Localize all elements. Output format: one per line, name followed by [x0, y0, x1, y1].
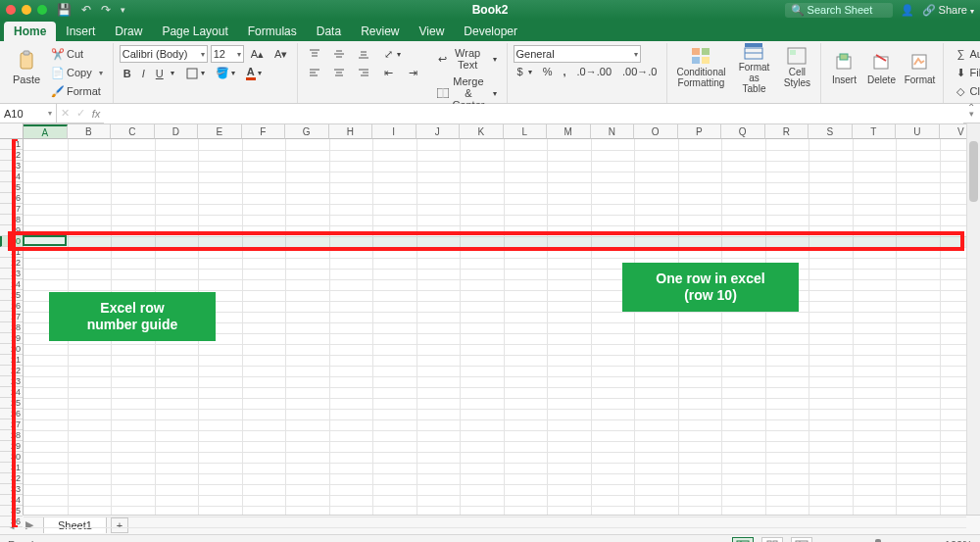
row-header[interactable]: 27	[0, 419, 23, 430]
fill-color-button[interactable]: 🪣▾	[212, 65, 239, 82]
minimize-window-icon[interactable]	[22, 5, 31, 15]
delete-cells-button[interactable]: Delete	[864, 45, 898, 90]
bold-button[interactable]: B	[120, 66, 135, 81]
row-header[interactable]: 23	[0, 376, 23, 387]
paste-button[interactable]: Paste	[10, 45, 43, 90]
column-header[interactable]: L	[504, 124, 548, 139]
decrease-decimal-button[interactable]: .00→.0	[618, 64, 661, 79]
column-header[interactable]: E	[198, 124, 242, 139]
row-header[interactable]: 36	[0, 517, 23, 527]
row-header[interactable]: 7	[0, 204, 23, 215]
align-middle-button[interactable]	[328, 45, 350, 63]
row-header[interactable]: 24	[0, 387, 23, 398]
user-icon[interactable]: 👤	[901, 4, 914, 17]
row-header[interactable]: 9	[0, 225, 23, 236]
align-top-button[interactable]	[304, 45, 325, 63]
copy-button[interactable]: 📄Copy ▾	[47, 64, 107, 81]
column-header[interactable]: D	[155, 124, 199, 139]
increase-decimal-button[interactable]: .0→.00	[573, 64, 615, 79]
tab-view[interactable]: View	[410, 22, 455, 41]
column-headers[interactable]: ABCDEFGHIJKLMNOPQRSTUV	[24, 123, 966, 139]
cell-styles-button[interactable]: Cell Styles	[779, 45, 814, 90]
row-header[interactable]: 13	[0, 269, 23, 279]
column-header[interactable]: T	[853, 124, 897, 139]
scrollbar-thumb[interactable]	[969, 141, 978, 202]
zoom-in-button[interactable]: +	[930, 539, 936, 543]
row-header[interactable]: 31	[0, 463, 23, 473]
font-color-button[interactable]: A▾	[242, 64, 266, 82]
decrease-indent-button[interactable]: ⇤	[377, 64, 399, 81]
zoom-value[interactable]: 100%	[945, 539, 972, 543]
align-bottom-button[interactable]	[353, 45, 374, 63]
row-header[interactable]: 10	[0, 236, 23, 247]
row-header[interactable]: 18	[0, 322, 23, 333]
column-header[interactable]: U	[896, 124, 940, 139]
tab-home[interactable]: Home	[4, 22, 56, 41]
row-header[interactable]: 30	[0, 452, 23, 463]
column-header[interactable]: O	[634, 124, 678, 139]
italic-button[interactable]: I	[138, 66, 149, 81]
number-format-dropdown[interactable]: General▾	[514, 45, 641, 63]
cancel-formula-icon[interactable]: ✕	[57, 107, 73, 120]
comma-button[interactable]: ,	[559, 64, 569, 79]
row-header[interactable]: 11	[0, 247, 23, 258]
fx-icon[interactable]: fx	[88, 108, 104, 120]
column-header[interactable]: C	[111, 124, 155, 139]
row-header[interactable]: 5	[0, 182, 23, 193]
align-right-button[interactable]	[353, 64, 374, 81]
row-header[interactable]: 25	[0, 398, 23, 409]
column-header[interactable]: M	[547, 124, 591, 139]
row-header[interactable]: 15	[0, 290, 23, 301]
row-header[interactable]: 1	[0, 139, 23, 150]
sheet-nav-next-icon[interactable]: ▶	[20, 518, 39, 531]
align-left-button[interactable]	[304, 64, 325, 81]
tab-draw[interactable]: Draw	[105, 22, 152, 41]
currency-button[interactable]: $ ▾	[514, 64, 536, 79]
column-header[interactable]: A	[24, 124, 68, 139]
page-layout-view-button[interactable]	[761, 537, 783, 543]
zoom-slider-thumb[interactable]	[875, 539, 881, 543]
qat-caret-icon[interactable]: ▾	[121, 5, 125, 15]
worksheet[interactable]: ABCDEFGHIJKLMNOPQRSTUV 12345678910111213…	[0, 123, 980, 515]
border-button[interactable]: ▾	[181, 65, 209, 82]
active-cell[interactable]	[23, 235, 67, 246]
row-header[interactable]: 29	[0, 441, 23, 452]
page-break-view-button[interactable]	[791, 537, 812, 543]
row-headers[interactable]: 1234567891011121314151617181920212223242…	[0, 139, 24, 515]
zoom-out-button[interactable]: −	[820, 539, 826, 543]
row-header[interactable]: 35	[0, 506, 23, 517]
column-header[interactable]: K	[460, 124, 504, 139]
close-window-icon[interactable]	[6, 5, 16, 15]
percent-button[interactable]: %	[539, 64, 557, 79]
increase-indent-button[interactable]: ⇥	[402, 64, 423, 81]
row-header[interactable]: 21	[0, 355, 23, 366]
row-header[interactable]: 6	[0, 193, 23, 204]
formula-input[interactable]	[104, 104, 963, 123]
row-header[interactable]: 14	[0, 279, 23, 290]
row-header[interactable]: 28	[0, 430, 23, 441]
window-controls[interactable]	[6, 5, 47, 15]
sheet-tab[interactable]: Sheet1	[43, 517, 107, 533]
row-header[interactable]: 33	[0, 484, 23, 495]
undo-icon[interactable]: ↶	[81, 3, 91, 17]
row-header[interactable]: 8	[0, 215, 23, 225]
tab-formulas[interactable]: Formulas	[238, 22, 307, 41]
orientation-button[interactable]: ⤢▾	[377, 45, 405, 63]
column-header[interactable]: S	[808, 124, 853, 139]
add-sheet-button[interactable]: +	[111, 517, 128, 533]
tab-page-layout[interactable]: Page Layout	[152, 22, 237, 41]
normal-view-button[interactable]	[732, 537, 754, 543]
row-header[interactable]: 3	[0, 161, 23, 172]
increase-font-button[interactable]: A▴	[247, 46, 268, 63]
column-header[interactable]: R	[765, 124, 809, 139]
column-header[interactable]: P	[678, 124, 722, 139]
tab-review[interactable]: Review	[351, 22, 409, 41]
column-header[interactable]: J	[416, 124, 461, 139]
font-size-dropdown[interactable]: 12▾	[211, 45, 244, 63]
zoom-window-icon[interactable]	[37, 5, 47, 15]
row-header[interactable]: 17	[0, 312, 23, 322]
format-as-table-button[interactable]: Format as Table	[732, 45, 775, 90]
redo-icon[interactable]: ↷	[101, 3, 111, 17]
row-header[interactable]: 4	[0, 172, 23, 182]
align-center-button[interactable]	[328, 64, 350, 81]
